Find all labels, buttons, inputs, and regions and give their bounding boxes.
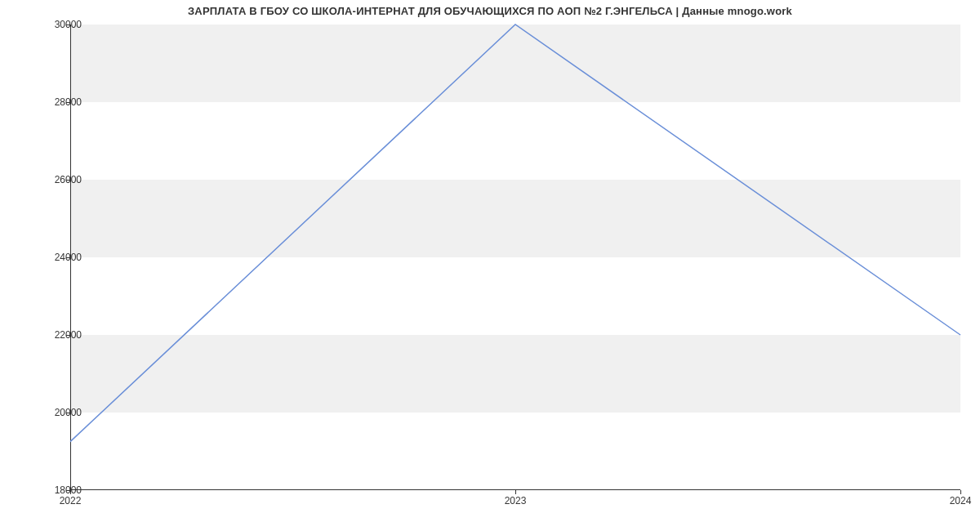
- chart-title: ЗАРПЛАТА В ГБОУ СО ШКОЛА-ИНТЕРНАТ ДЛЯ ОБ…: [0, 5, 980, 17]
- x-axis-tick-label: 2023: [505, 495, 527, 506]
- chart-container: ЗАРПЛАТА В ГБОУ СО ШКОЛА-ИНТЕРНАТ ДЛЯ ОБ…: [0, 0, 980, 531]
- y-axis-tick-label: 24000: [41, 252, 82, 263]
- plot-area: [70, 25, 960, 490]
- y-axis-tick-label: 22000: [41, 329, 82, 341]
- line-series: [70, 25, 960, 490]
- x-axis-tick-label: 2022: [60, 495, 82, 506]
- x-axis-tick-mark: [515, 490, 516, 494]
- y-axis-tick-label: 30000: [41, 19, 82, 30]
- y-axis-tick-label: 18000: [41, 484, 82, 496]
- x-axis-tick-mark: [960, 490, 961, 494]
- y-axis-tick-label: 28000: [41, 96, 82, 108]
- y-axis-tick-label: 26000: [41, 174, 82, 185]
- x-axis-tick-label: 2024: [950, 495, 972, 506]
- y-axis-tick-label: 20000: [41, 407, 82, 418]
